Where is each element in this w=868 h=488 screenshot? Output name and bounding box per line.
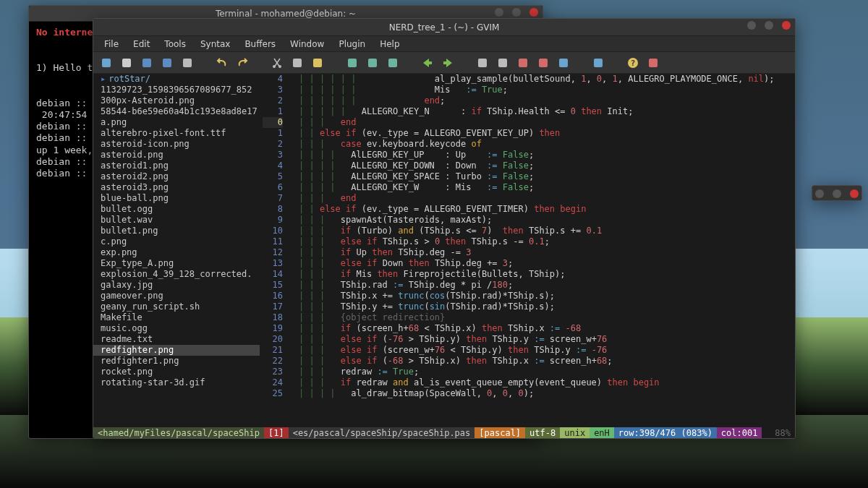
undo-icon[interactable] (216, 57, 228, 69)
svg-rect-10 (368, 59, 377, 67)
help-icon[interactable]: ? (627, 57, 639, 69)
svg-rect-2 (142, 59, 151, 67)
tree-file[interactable]: alterebro-pixel-font.ttf (93, 128, 260, 139)
status-percent: 88% (770, 427, 795, 438)
tree-file[interactable]: asteroid3.png (93, 182, 260, 193)
gvim-window[interactable]: NERD_tree_1 - (~) - GVIM FileEditToolsSy… (93, 18, 796, 439)
tree-file[interactable]: rocket.png (93, 367, 260, 377)
menu-file[interactable]: File (98, 37, 125, 51)
svg-rect-17 (594, 59, 603, 67)
menu-edit[interactable]: Edit (127, 37, 156, 51)
gvim-titlebar[interactable]: NERD_tree_1 - (~) - GVIM (93, 19, 795, 36)
maximize-icon[interactable] (765, 21, 773, 30)
tree-file[interactable]: asteroid-icon.png (93, 139, 260, 150)
tree-file[interactable]: redfighter.png (93, 345, 260, 356)
tree-file[interactable]: readme.txt (93, 334, 260, 345)
find-prev-icon[interactable] (387, 57, 399, 69)
make-icon[interactable] (537, 57, 549, 69)
tree-file[interactable]: 11329723_1598396567089677_852 (93, 85, 260, 95)
status-cwd: <hamed/myFiles/pascal/spaceShip (93, 427, 264, 438)
svg-rect-4 (183, 59, 192, 67)
cut-icon[interactable] (271, 57, 283, 69)
line-gutter: 4321012345678910111213141516171819202122… (260, 74, 286, 427)
find-replace-icon[interactable] (346, 57, 358, 69)
status-file: <es/pascal/spaceShip/spaceShip.pas (289, 427, 475, 438)
tree-file[interactable]: blue-ball.png (93, 193, 260, 204)
tree-root[interactable]: ▸rotStar/ (93, 74, 260, 85)
code-area[interactable]: | | | | | | al_play_sample(bulletSound, … (299, 74, 795, 427)
tree-file[interactable]: redfighter1.png (93, 356, 260, 367)
minimize-icon[interactable] (495, 8, 503, 17)
svg-rect-20 (649, 59, 658, 67)
load-session-icon[interactable] (477, 57, 488, 69)
svg-rect-0 (102, 59, 111, 67)
tree-file[interactable]: asteroid2.png (93, 171, 260, 182)
tree-file[interactable]: music.ogg (93, 323, 260, 334)
editor-pane[interactable]: 4321012345678910111213141516171819202122… (260, 74, 795, 427)
redo-icon[interactable] (237, 57, 248, 69)
file-saveall-icon[interactable] (161, 57, 173, 69)
find-help-icon[interactable] (647, 57, 659, 69)
go-back-icon[interactable] (442, 57, 454, 69)
menu-help[interactable]: Help (373, 37, 406, 51)
status-bufnr: [1] (264, 427, 289, 438)
file-save-icon[interactable] (141, 57, 153, 69)
svg-rect-3 (163, 59, 171, 67)
menu-tools[interactable]: Tools (158, 37, 192, 51)
tree-file[interactable]: a.png (93, 117, 260, 128)
paste-icon[interactable] (312, 57, 323, 69)
minimize-icon[interactable] (747, 21, 756, 30)
minimize-icon[interactable] (815, 189, 824, 198)
tree-file[interactable]: Exp_type_A.png (93, 258, 260, 269)
background-window-titlebar[interactable] (812, 185, 862, 201)
menu-plugin[interactable]: Plugin (332, 37, 372, 51)
nerdtree-panel[interactable]: ▸rotStar/ 11329723_1598396567089677_852 … (93, 74, 260, 427)
tree-file[interactable]: Makefile (93, 312, 260, 323)
svg-rect-9 (348, 59, 357, 67)
tree-file[interactable]: geany_run_script.sh (93, 301, 260, 312)
maximize-icon[interactable] (512, 8, 521, 17)
status-lang: [pascal] (475, 427, 525, 438)
tree-file[interactable]: asteroid.png (93, 150, 260, 160)
find-next-icon[interactable] (367, 57, 378, 69)
tree-file[interactable]: galaxy.jpg (93, 280, 260, 291)
tree-file[interactable]: exp.png (93, 247, 260, 258)
menu-window[interactable]: Window (284, 37, 331, 51)
tree-file[interactable]: c.png (93, 236, 260, 247)
file-open-icon[interactable] (101, 57, 112, 69)
svg-text:?: ? (631, 59, 636, 68)
run-script-icon[interactable] (517, 57, 529, 69)
status-mode: enH (590, 427, 614, 438)
copy-icon[interactable] (292, 57, 303, 69)
close-icon[interactable] (529, 8, 538, 17)
svg-point-5 (273, 65, 276, 68)
save-session-icon[interactable] (497, 57, 509, 69)
tree-file[interactable]: bullet.wav (93, 215, 260, 226)
status-col: col:001 (717, 427, 762, 438)
tree-file[interactable]: 58544-b6e59e60a4b1c193e8ad8e17 (93, 106, 260, 117)
tree-file[interactable]: bullet1.png (93, 226, 260, 236)
print-icon[interactable] (182, 57, 193, 69)
menu-syntax[interactable]: Syntax (194, 37, 237, 51)
tree-file[interactable]: asteroid1.png (93, 160, 260, 171)
file-new-icon[interactable] (121, 57, 132, 69)
tree-file[interactable]: rotating-star-3d.gif (93, 377, 260, 388)
shell-icon[interactable] (558, 57, 569, 69)
close-icon[interactable] (782, 21, 791, 30)
status-row: row:398/476 (083%) (614, 427, 717, 438)
close-icon[interactable] (850, 189, 859, 198)
tree-file[interactable]: bullet.ogg (93, 204, 260, 215)
svg-rect-7 (293, 59, 302, 67)
go-forward-icon[interactable] (422, 57, 433, 69)
menu-buffers[interactable]: Buffers (238, 37, 282, 51)
menubar: FileEditToolsSyntaxBuffersWindowPluginHe… (93, 36, 795, 52)
tree-file[interactable]: gameover.png (93, 291, 260, 301)
statusbar: <hamed/myFiles/pascal/spaceShip [1] <es/… (93, 427, 795, 438)
svg-rect-12 (478, 59, 487, 67)
tree-file[interactable]: explosion_4_39_128_corrected. (93, 269, 260, 280)
svg-rect-15 (539, 59, 548, 67)
tree-file[interactable]: 300px-Asteroid.png (93, 95, 260, 106)
svg-rect-8 (313, 59, 322, 67)
maximize-icon[interactable] (833, 189, 841, 198)
tag-jump-icon[interactable] (592, 57, 604, 69)
